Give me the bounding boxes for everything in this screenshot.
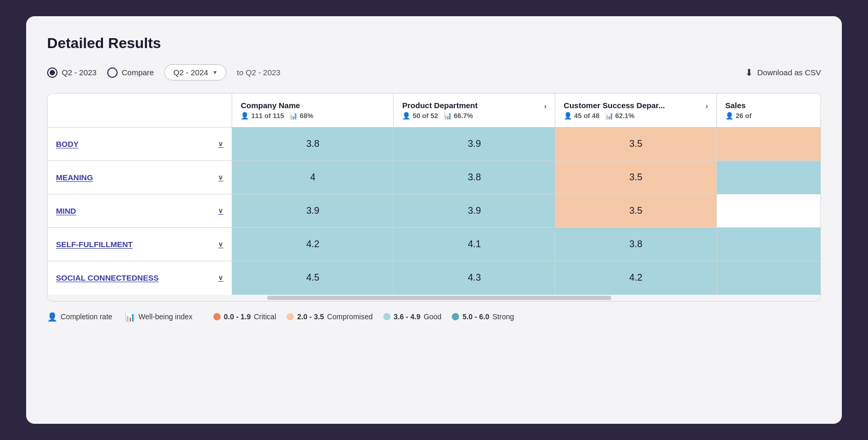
row-expand-icon-0[interactable]: ∨: [218, 140, 223, 148]
radio-compare[interactable]: Compare: [107, 67, 154, 78]
row-3-col-3-cell: [716, 228, 820, 261]
th-product-count: 50 of 52: [413, 112, 438, 120]
row-expand-icon-3[interactable]: ∨: [218, 240, 223, 248]
row-2-label-cell: MIND ∨: [48, 194, 232, 228]
legend-compromised-label: Compromised: [327, 312, 373, 321]
row-expand-icon-1[interactable]: ∨: [218, 173, 223, 181]
radio-q2-2023-label: Q2 - 2023: [62, 68, 97, 77]
download-label: Download as CSV: [757, 68, 821, 77]
download-csv-button[interactable]: ⬇ Download as CSV: [745, 67, 821, 78]
row-4-col-0-cell: 4.5: [232, 261, 394, 295]
row-4-col-2-value: 4.2: [564, 272, 708, 283]
legend-good: 3.6 - 4.9 Good: [383, 312, 442, 321]
row-3-col-2-cell: 3.8: [555, 228, 717, 261]
row-1-label-cell: MEANING ∨: [48, 161, 232, 194]
results-table-wrapper: Company Name 👤 111 of 115 📊 68%: [47, 93, 821, 302]
dropdown-arrow-icon: ▼: [212, 70, 218, 75]
table-scroll-area[interactable]: Company Name 👤 111 of 115 📊 68%: [48, 94, 820, 295]
table-row: SELF-FULFILLMENT ∨ 4.24.13.8: [48, 228, 820, 261]
th-product-count-item: 👤 50 of 52: [402, 112, 438, 120]
row-0-col-2-value: 3.5: [564, 138, 708, 149]
legend-strong-dot: [452, 313, 459, 320]
th-customer-nav: Customer Success Depar... 👤 45 of 48 📊: [564, 101, 708, 120]
person-icon-4: 👤: [725, 112, 734, 120]
table-header-row: Company Name 👤 111 of 115 📊 68%: [48, 94, 820, 128]
th-company: Company Name 👤 111 of 115 📊 68%: [232, 94, 394, 128]
row-label-1[interactable]: MEANING ∨: [56, 173, 223, 182]
results-table: Company Name 👤 111 of 115 📊 68%: [48, 94, 820, 295]
th-company-pct: 68%: [300, 112, 313, 120]
row-expand-icon-4[interactable]: ∨: [218, 274, 223, 282]
th-product-pct-item: 📊 66.7%: [443, 112, 473, 120]
row-4-col-0-value: 4.5: [241, 272, 385, 283]
page-title: Detailed Results: [47, 35, 821, 52]
row-4-col-3-cell: [716, 261, 820, 295]
legend-good-range: 3.6 - 4.9: [394, 312, 420, 321]
th-product-content: Product Department 👤 50 of 52 📊: [402, 101, 477, 120]
scrollbar-track: [267, 296, 611, 300]
legend-compromised-dot: [287, 313, 294, 320]
row-label-text-2: MIND: [56, 206, 76, 215]
row-0-label-cell: BODY ∨: [48, 128, 232, 161]
row-label-3[interactable]: SELF-FULFILLMENT ∨: [56, 240, 223, 249]
row-3-col-2-value: 3.8: [564, 239, 708, 250]
th-product-name: Product Department: [402, 101, 477, 110]
th-product-meta: 👤 50 of 52 📊 66.7%: [402, 112, 477, 120]
row-0-col-2-cell: 3.5: [555, 128, 717, 161]
legend-good-dot: [383, 313, 391, 320]
th-customer-name: Customer Success Depar...: [564, 101, 665, 110]
row-label-text-0: BODY: [56, 140, 78, 148]
row-label-text-1: MEANING: [56, 173, 93, 182]
row-expand-icon-2[interactable]: ∨: [218, 207, 223, 215]
legend-colors: 0.0 - 1.9 Critical 2.0 - 3.5 Compromised…: [213, 312, 514, 321]
period-dropdown[interactable]: Q2 - 2024 ▼: [164, 64, 226, 80]
table-row: BODY ∨ 3.83.93.5: [48, 128, 820, 161]
th-company-count: 111 of 115: [251, 112, 284, 120]
th-sales-name: Sales: [725, 101, 812, 110]
radio-q2-2023[interactable]: Q2 - 2023: [47, 67, 97, 78]
person-icon: 👤: [241, 112, 249, 120]
table-row: SOCIAL CONNECTEDNESS ∨ 4.54.34.2: [48, 261, 820, 295]
row-1-col-0-value: 4: [241, 172, 385, 183]
th-customer-content: Customer Success Depar... 👤 45 of 48 📊: [564, 101, 665, 120]
row-1-col-2-cell: 3.5: [555, 161, 717, 194]
th-product: Product Department 👤 50 of 52 📊: [394, 94, 555, 128]
row-0-col-1-cell: 3.9: [394, 128, 555, 161]
row-2-col-3-cell: [716, 194, 820, 228]
row-label-4[interactable]: SOCIAL CONNECTEDNESS ∨: [56, 273, 223, 282]
row-label-0[interactable]: BODY ∨: [56, 140, 223, 148]
row-1-col-1-value: 3.8: [402, 172, 546, 183]
row-2-col-0-cell: 3.9: [232, 194, 394, 228]
table-body: BODY ∨ 3.83.93.5 MEANING ∨ 43.83.5 MIND …: [48, 128, 820, 295]
row-3-col-0-cell: 4.2: [232, 228, 394, 261]
person-icon-2: 👤: [402, 112, 410, 120]
row-label-2[interactable]: MIND ∨: [56, 206, 223, 215]
bar-icon-legend: 📊: [125, 312, 135, 322]
radio-q2-2023-circle: [47, 67, 58, 78]
row-4-col-1-cell: 4.3: [394, 261, 555, 295]
row-3-label-cell: SELF-FULFILLMENT ∨: [48, 228, 232, 261]
row-2-col-2-cell: 3.5: [555, 194, 717, 228]
th-customer-chevron-icon[interactable]: ›: [705, 102, 708, 110]
row-0-col-0-cell: 3.8: [232, 128, 394, 161]
th-sales: Sales 👤 26 of: [716, 94, 820, 128]
row-2-col-1-cell: 3.9: [394, 194, 555, 228]
legend-completion-rate: 👤 Completion rate: [47, 312, 112, 322]
legend-critical-label: Critical: [254, 312, 276, 321]
th-sales-meta: 👤 26 of: [725, 112, 812, 120]
th-company-count-item: 👤 111 of 115: [241, 112, 284, 120]
row-label-text-4: SOCIAL CONNECTEDNESS: [56, 273, 158, 282]
legend-compromised: 2.0 - 3.5 Compromised: [287, 312, 373, 321]
th-company-meta: 👤 111 of 115 📊 68%: [241, 112, 385, 120]
compare-to-text: to Q2 - 2023: [237, 68, 280, 77]
person-icon-3: 👤: [564, 112, 572, 120]
legend-strong: 5.0 - 6.0 Strong: [452, 312, 514, 321]
th-product-chevron-icon[interactable]: ›: [544, 102, 546, 110]
th-product-pct: 66.7%: [454, 112, 473, 120]
th-customer-meta: 👤 45 of 48 📊 62.1%: [564, 112, 665, 120]
bar-chart-icon: 📊: [289, 112, 298, 120]
row-2-col-0-value: 3.9: [241, 205, 385, 216]
th-label: [48, 94, 232, 128]
legend-critical-range: 0.0 - 1.9: [224, 312, 250, 321]
download-icon: ⬇: [745, 67, 753, 78]
